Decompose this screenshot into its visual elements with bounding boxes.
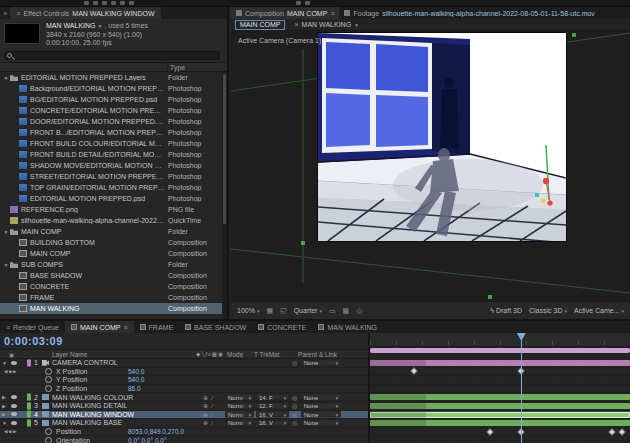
stopwatch-icon[interactable] [45, 376, 52, 384]
layer-duration-bar[interactable] [370, 360, 630, 366]
mode-select[interactable]: Norm▾ [225, 394, 254, 401]
project-item[interactable]: CONCRETEComposition [0, 281, 222, 292]
pickwhip-icon[interactable]: ◎ [292, 411, 297, 419]
type-column-header[interactable]: Type [170, 64, 185, 71]
playhead[interactable] [521, 333, 522, 443]
project-item[interactable]: STREET/EDITORIAL MOTION PREPPED.psdPhoto… [0, 171, 222, 182]
renderer-button[interactable]: Classic 3D▾ [529, 307, 567, 314]
track-row[interactable] [370, 376, 630, 385]
timeline-tab-render-queue[interactable]: ≡Render Queue [0, 321, 65, 333]
layer-row[interactable]: ▼1CAMERA CONTROL◎None▾ [0, 359, 368, 368]
region-of-interest-icon[interactable]: ▭ [329, 307, 336, 315]
twirl-icon[interactable]: ▶ [2, 393, 6, 401]
panel-overflow-icon[interactable]: » [0, 9, 10, 18]
project-item[interactable]: SHADOW MOVE/EDITORIAL MOTION PREPPED.psd… [0, 160, 222, 171]
property-value[interactable]: 0.0°,0.0°,0.0° [128, 436, 167, 443]
current-time-display[interactable]: 0:00:03:09 [4, 335, 63, 347]
keyframe-navigator[interactable]: ◀◆▶ [4, 368, 17, 376]
keyframe-navigator[interactable]: ◀◆▶ [4, 428, 17, 436]
property-row[interactable]: ◀◆▶X Position540.0 [0, 368, 368, 377]
tab-footage[interactable]: Footage silhouette-man-walking-alpha-cha… [339, 7, 599, 19]
property-row[interactable]: Orientation0.0°,0.0°,0.0° [0, 436, 368, 443]
visibility-eye-icon[interactable] [11, 393, 17, 401]
pen-tool-icon[interactable] [296, 1, 301, 5]
timeline-tab-base-shadow[interactable]: BASE SHADOW [179, 321, 252, 333]
panel-menu-icon[interactable]: ≡ [123, 324, 127, 331]
track-row[interactable] [370, 385, 630, 394]
property-row[interactable]: ◀◆▶Position8053.0,849.0,270.0 [0, 428, 368, 437]
property-value[interactable]: 540.0 [128, 376, 144, 384]
label-color-chip[interactable] [27, 359, 31, 366]
grid-options-icon[interactable]: ▦ [266, 307, 273, 315]
composition-canvas[interactable] [318, 33, 566, 241]
stopwatch-icon[interactable] [45, 436, 52, 443]
work-area-bar[interactable] [370, 348, 630, 353]
pan-behind-tool-icon[interactable] [129, 1, 134, 5]
project-item[interactable]: silhouette-man-walking-alpha-channel-202… [0, 215, 222, 226]
project-item[interactable]: EDITORIAL MOTION PREPPED.psdPhotoshop [0, 193, 222, 204]
twirl-icon[interactable]: ▼ [2, 419, 7, 427]
trkmat-header[interactable]: T TrkMat [254, 351, 280, 358]
pickwhip-icon[interactable]: ◎ [292, 359, 297, 367]
chevron-down-icon[interactable]: ▼ [98, 23, 103, 29]
project-item[interactable]: TOP GRAIN/EDITORIAL MOTION PREPPED.psdPh… [0, 182, 222, 193]
tab-effect-controls[interactable]: ≡ Effect Controls MAN WALKING WINDOW [10, 7, 160, 19]
project-item[interactable]: BUILDING BOTTOMComposition [0, 237, 222, 248]
type-tool-icon[interactable] [305, 1, 310, 5]
layer-switches[interactable]: ⊕ ∕ [203, 402, 214, 410]
project-item[interactable]: FRAMEComposition [0, 292, 222, 303]
parent-link-header[interactable]: Parent & Link [298, 351, 337, 358]
fast-previews-button[interactable]: ϟ Draft 3D [490, 307, 522, 314]
mode-select[interactable]: Norm▾ [225, 402, 254, 409]
project-item[interactable]: ▼SUB COMPSFolder [0, 259, 222, 270]
layer-switches[interactable]: ⊕ ∕ [203, 393, 214, 401]
pickwhip-icon[interactable]: ◎ [292, 393, 297, 401]
camera-tool-icon[interactable] [120, 1, 125, 5]
twirl-icon[interactable]: ▼ [2, 262, 10, 268]
twirl-icon[interactable]: ▶ [2, 402, 6, 410]
timeline-tab-main-comp[interactable]: MAIN COMP≡ [65, 321, 134, 333]
track-row[interactable] [370, 359, 630, 368]
pixel-aspect-icon[interactable]: ◎ [356, 307, 362, 315]
trkmat-select[interactable]: 16. V▾ [256, 419, 289, 426]
keyframe-icon[interactable] [619, 429, 625, 435]
panel-menu-icon[interactable]: ≡ [16, 10, 20, 17]
composition-viewport[interactable]: Active Camera (Camera 1) [231, 31, 630, 301]
timeline-track-area[interactable] [368, 333, 630, 443]
keyframe-icon[interactable] [411, 369, 417, 375]
twirl-icon[interactable]: ▼ [2, 229, 10, 235]
project-item[interactable]: FRONT BUILD COLOUR/EDITORIAL MOTION PREP… [0, 138, 222, 149]
twirl-icon[interactable]: ▶ [2, 411, 6, 419]
project-item[interactable]: FRONT B.../EDITORIAL MOTION PREPPED.psdP… [0, 127, 222, 138]
selection-tool-icon[interactable] [84, 1, 89, 5]
project-item[interactable]: DOOR/EDITORIAL MOTION PREPPED.psdPhotosh… [0, 116, 222, 127]
label-color-chip[interactable] [27, 411, 31, 418]
label-color-chip[interactable] [27, 402, 31, 409]
keyframe-icon[interactable] [487, 429, 493, 435]
timeline-tab-frame[interactable]: FRAME [134, 321, 180, 333]
viewer-tab-main-comp[interactable]: MAIN COMP [235, 20, 285, 30]
magnification-select[interactable]: 100%▾ [237, 307, 259, 314]
twirl-icon[interactable]: ▼ [2, 359, 7, 367]
transparency-grid-icon[interactable]: ▩ [343, 307, 350, 315]
property-value[interactable]: 86.0 [128, 385, 141, 393]
project-item[interactable]: ▼EDITORIAL MOTION PREPPED LayersFolder [0, 72, 222, 83]
trkmat-select[interactable]: 12. F▾ [256, 402, 289, 409]
work-area[interactable] [370, 347, 630, 354]
project-item[interactable]: REFERENCE.pngPNG file [0, 204, 222, 215]
project-item[interactable]: CONCRETE/EDITORIAL MOTION PREPPED.psdPho… [0, 105, 222, 116]
layer-switches[interactable]: ⊕ ∕ [203, 419, 214, 427]
parent-select[interactable]: None▾ [301, 394, 341, 401]
layer-duration-bar[interactable] [370, 412, 630, 418]
track-row[interactable] [370, 411, 630, 420]
track-row[interactable] [370, 402, 630, 411]
panel-menu-icon[interactable]: ≡ [330, 10, 334, 17]
mode-header[interactable]: Mode [227, 351, 243, 358]
track-row[interactable] [370, 368, 630, 377]
visibility-eye-icon[interactable] [11, 419, 17, 427]
project-item[interactable]: Background/EDITORIAL MOTION PREPPED.psdP… [0, 83, 222, 94]
layer-row[interactable]: ▶3MAN WALKING DETAIL⊕ ∕Norm▾12. F▾◎None▾ [0, 402, 368, 411]
visibility-eye-icon[interactable] [11, 359, 17, 367]
layer-row[interactable]: ▼5MAN WALKING BASE⊕ ∕Norm▾16. V▾◎None▾ [0, 419, 368, 428]
layer-duration-bar[interactable] [370, 403, 630, 409]
